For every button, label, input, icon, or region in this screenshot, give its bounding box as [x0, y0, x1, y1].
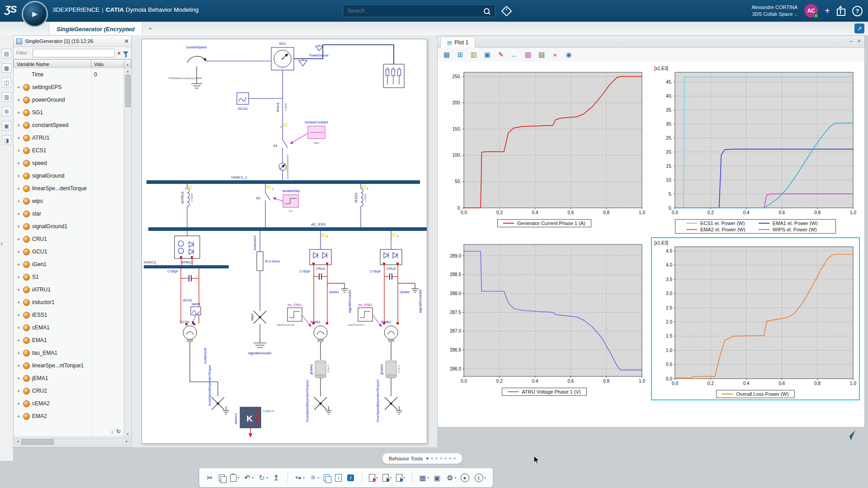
page-dot[interactable] — [444, 457, 447, 460]
collapse-panel-icon[interactable]: ‹ — [0, 239, 3, 248]
toolbar-button[interactable]: i — [346, 474, 356, 482]
boolean-constant-block[interactable]: booleanConstant false — [290, 121, 328, 144]
expander-icon[interactable]: + — [17, 84, 23, 90]
diagram-sheet[interactable]: constantSpeed 2*Modelica.Constants.pi*80… — [142, 39, 427, 444]
chart-overall-loss[interactable]: 0.00.20.40.60.81.00.00.51.01.52.02.53.03… — [651, 237, 860, 400]
search-box[interactable] — [343, 5, 495, 17]
constant-speed-source[interactable]: constantSpeed 2*Modelica.Constants.pi*80… — [168, 46, 207, 88]
toolbar-button[interactable] — [322, 474, 332, 482]
ema2-branch[interactable]: 3 CRU2 C=50µF cEMA2 signalGround3 tau_EM… — [348, 231, 422, 396]
add-button[interactable]: + — [825, 6, 830, 15]
plot-toolbar-icon[interactable]: ▦ — [440, 49, 453, 61]
variable-row[interactable]: + star — [14, 207, 124, 220]
expander-icon[interactable]: + — [17, 186, 23, 191]
expander-icon[interactable]: + — [17, 274, 23, 280]
behavior-tools-pill[interactable]: Behavior Tools — [382, 453, 462, 464]
clear-filter-icon[interactable]: × — [117, 50, 121, 56]
variable-row[interactable]: + CRU1 — [14, 233, 124, 245]
s2-switch[interactable]: S2 3 — [256, 184, 274, 227]
page-dot[interactable] — [453, 457, 456, 460]
plot-toolbar-icon[interactable]: ⊞ — [454, 49, 467, 61]
user-info[interactable]: Alexandre CORTINA 3DS Collab Space ⌄ — [751, 4, 797, 18]
vertical-scrollbar[interactable]: ▴ ▾ — [124, 68, 131, 437]
favorite-heart-icon[interactable]: ♥ — [482, 454, 486, 461]
toolbar-button[interactable]: ↪▾ — [293, 473, 306, 483]
ambient-temperature-block[interactable]: K T=298.15 ambient — [234, 407, 274, 437]
variable-row[interactable]: + signalGround1 — [14, 220, 124, 233]
chevron-down-icon[interactable]: ▾ — [427, 476, 429, 480]
panel-strip-icon[interactable]: ⊞ — [2, 107, 11, 116]
minimize-icon[interactable]: ─ — [849, 38, 853, 44]
plot-toolbar-icon[interactable]: ◉ — [562, 49, 575, 61]
chart-electrical-power[interactable]: 0.00.20.40.60.81.00.5.10.15.20.25.30.35.… — [651, 65, 860, 234]
chevron-down-icon[interactable]: ▾ — [266, 476, 268, 480]
variable-row[interactable]: + iGen1 — [14, 258, 124, 271]
chart-atru-voltage[interactable]: 0.00.20.40.60.81.0286.0286.5287.0287.528… — [442, 237, 646, 400]
chevron-down-icon[interactable]: ▾ — [303, 476, 305, 480]
variable-row[interactable]: + EMA1 — [14, 334, 124, 347]
variable-row[interactable]: + EMA2 — [14, 410, 124, 422]
chevron-down-icon[interactable]: ▾ — [484, 476, 486, 480]
variable-row[interactable]: + cEMA1 — [14, 321, 124, 334]
chevron-down-icon[interactable]: ▾ — [454, 476, 456, 480]
expander-icon[interactable]: + — [17, 413, 23, 419]
expander-icon[interactable]: + — [17, 401, 23, 406]
variable-row[interactable]: + iESS1 — [14, 309, 124, 321]
plot-toolbar-icon[interactable]: ← — [508, 49, 521, 61]
scroll-up-icon[interactable]: ▴ — [124, 68, 131, 74]
toolbar-button[interactable]: ↶▾ — [242, 473, 255, 483]
variable-row[interactable]: + linearSpe...ntTorque1 — [14, 359, 124, 372]
hvac-bus[interactable]: HVAC1_1 — [146, 175, 420, 184]
variable-row[interactable]: + GCU1 — [14, 245, 124, 258]
help-icon[interactable]: ? — [852, 6, 863, 16]
column-variable-name[interactable]: Variable Name — [14, 59, 91, 69]
filter-funnel-icon[interactable] — [123, 52, 128, 55]
close-icon[interactable]: × — [858, 38, 861, 44]
expander-icon[interactable]: + — [17, 249, 23, 254]
scroll-left-icon[interactable]: ◂ — [15, 439, 21, 444]
plot-window-titlebar[interactable]: ▤ Plot 1 ─ × — [438, 36, 864, 48]
toolbar-button[interactable]: ⚙▾ — [445, 473, 458, 483]
expander-icon[interactable]: + — [17, 122, 23, 128]
panel-strip-icon[interactable]: ◨ — [2, 136, 11, 145]
panel-strip-icon[interactable]: ▦ — [2, 63, 11, 73]
expander-icon[interactable]: + — [17, 262, 23, 267]
toolbar-button[interactable]: ▦▾ — [418, 473, 430, 483]
expander-icon[interactable]: + — [17, 350, 23, 356]
avatar[interactable]: AC — [804, 4, 818, 18]
page-dot[interactable] — [435, 457, 438, 460]
toolbar-button[interactable] — [217, 474, 227, 482]
ema1-branch[interactable]: 3 CRU1 C=50µF cEMA1 signalGround2 tau_EM… — [277, 231, 352, 396]
variable-row[interactable]: + CRU2 — [14, 385, 124, 397]
expand-window-icon[interactable]: ↗ — [854, 23, 864, 33]
expander-icon[interactable]: + — [17, 325, 23, 330]
expander-icon[interactable]: + — [17, 148, 23, 153]
plot-toolbar-icon[interactable]: ▣ — [481, 49, 494, 61]
expander-icon[interactable]: + — [17, 236, 23, 242]
close-icon[interactable]: × — [125, 38, 128, 45]
chevron-down-icon[interactable]: ▾ — [252, 476, 254, 480]
variable-row[interactable]: + cEMA2 — [14, 397, 124, 410]
variable-row[interactable]: + signalGround — [14, 169, 124, 182]
ac-ess-bus[interactable]: AC_ESS — [148, 222, 427, 231]
expander-icon[interactable]: + — [17, 135, 23, 141]
toolbar-button[interactable]: ▣ — [432, 473, 443, 483]
toolbar-button[interactable]: ▾ — [381, 473, 393, 483]
scroll-up-icon[interactable]: ▴ — [124, 59, 131, 69]
expander-icon[interactable]: + — [17, 338, 23, 343]
boolean-step-block[interactable]: booleanStep 0.1 — [273, 189, 300, 212]
scroll-right-icon[interactable]: ▸ — [124, 439, 130, 444]
panel-strip-icon[interactable]: ▤ — [2, 49, 11, 58]
variable-panel-titlebar[interactable]: SingleGenerator [1] (15:12:26 × — [14, 36, 131, 47]
column-value[interactable]: Valu — [91, 59, 124, 69]
horizontal-scrollbar[interactable]: ◂ ▸ — [14, 438, 130, 446]
share-icon[interactable] — [837, 9, 845, 16]
plot-toolbar-icon[interactable]: ▥ — [467, 49, 480, 61]
diagram-canvas[interactable]: constantSpeed 2*Modelica.Constants.pi*80… — [132, 35, 437, 447]
variable-row[interactable]: + tau_EMA1 — [14, 347, 124, 359]
toolbar-button[interactable]: ▾ — [368, 473, 379, 483]
scrollbar-thumb[interactable] — [125, 75, 131, 107]
expander-icon[interactable]: + — [17, 375, 23, 381]
variable-row[interactable]: + iATRU1 — [14, 283, 124, 296]
variable-row[interactable]: + jEMA1 — [14, 372, 124, 385]
